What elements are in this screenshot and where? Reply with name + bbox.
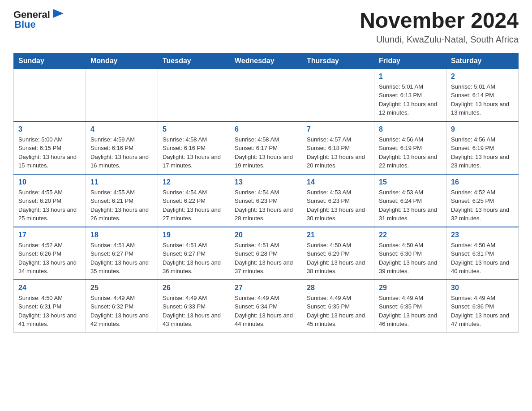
day-number: 19 — [163, 231, 225, 239]
day-info: Sunrise: 4:53 AMSunset: 6:24 PMDaylight:… — [379, 188, 442, 223]
day-info: Sunrise: 4:59 AMSunset: 6:16 PMDaylight:… — [90, 135, 153, 170]
day-info: Sunrise: 4:50 AMSunset: 6:30 PMDaylight:… — [379, 241, 442, 276]
calendar-cell: 18Sunrise: 4:51 AMSunset: 6:27 PMDayligh… — [86, 227, 158, 280]
day-info: Sunrise: 4:55 AMSunset: 6:20 PMDaylight:… — [18, 188, 81, 223]
day-number: 15 — [379, 178, 442, 186]
calendar-cell: 11Sunrise: 4:55 AMSunset: 6:21 PMDayligh… — [86, 174, 158, 227]
day-number: 13 — [235, 178, 297, 186]
day-number: 10 — [18, 178, 81, 186]
calendar-week-row: 1Sunrise: 5:01 AMSunset: 6:13 PMDaylight… — [14, 68, 519, 121]
day-number: 16 — [451, 178, 514, 186]
calendar-cell: 5Sunrise: 4:58 AMSunset: 6:16 PMDaylight… — [158, 121, 230, 174]
day-info: Sunrise: 4:52 AMSunset: 6:25 PMDaylight:… — [451, 188, 514, 223]
calendar-cell — [230, 68, 302, 121]
calendar-cell: 1Sunrise: 5:01 AMSunset: 6:13 PMDaylight… — [374, 68, 446, 121]
day-number: 20 — [235, 231, 297, 239]
day-info: Sunrise: 4:49 AMSunset: 6:36 PMDaylight:… — [451, 294, 514, 329]
day-number: 29 — [379, 284, 442, 292]
col-saturday: Saturday — [446, 53, 519, 68]
day-number: 18 — [90, 231, 153, 239]
calendar-body: 1Sunrise: 5:01 AMSunset: 6:13 PMDaylight… — [14, 68, 519, 332]
day-number: 17 — [18, 231, 81, 239]
calendar-cell: 13Sunrise: 4:54 AMSunset: 6:23 PMDayligh… — [230, 174, 302, 227]
day-info: Sunrise: 4:55 AMSunset: 6:21 PMDaylight:… — [90, 188, 153, 223]
calendar-cell: 23Sunrise: 4:50 AMSunset: 6:31 PMDayligh… — [446, 227, 519, 280]
page-header: General Blue November 2024 Ulundi, KwaZu… — [13, 9, 519, 45]
calendar-cell: 16Sunrise: 4:52 AMSunset: 6:25 PMDayligh… — [446, 174, 519, 227]
calendar-cell: 6Sunrise: 4:58 AMSunset: 6:17 PMDaylight… — [230, 121, 302, 174]
calendar-cell: 28Sunrise: 4:49 AMSunset: 6:35 PMDayligh… — [302, 280, 374, 333]
day-info: Sunrise: 4:51 AMSunset: 6:27 PMDaylight:… — [90, 241, 153, 276]
day-number: 7 — [307, 125, 369, 133]
calendar-week-row: 24Sunrise: 4:50 AMSunset: 6:31 PMDayligh… — [14, 280, 519, 333]
day-info: Sunrise: 5:01 AMSunset: 6:13 PMDaylight:… — [379, 82, 442, 117]
calendar-cell — [158, 68, 230, 121]
day-number: 26 — [163, 284, 225, 292]
calendar-cell: 19Sunrise: 4:51 AMSunset: 6:27 PMDayligh… — [158, 227, 230, 280]
day-info: Sunrise: 5:01 AMSunset: 6:14 PMDaylight:… — [451, 82, 514, 117]
day-number: 24 — [18, 284, 81, 292]
calendar-cell: 25Sunrise: 4:49 AMSunset: 6:32 PMDayligh… — [86, 280, 158, 333]
col-tuesday: Tuesday — [158, 53, 230, 68]
svg-marker-0 — [53, 9, 64, 18]
logo: General Blue — [13, 9, 64, 30]
col-wednesday: Wednesday — [230, 53, 302, 68]
day-number: 1 — [379, 73, 442, 81]
calendar-cell: 4Sunrise: 4:59 AMSunset: 6:16 PMDaylight… — [86, 121, 158, 174]
calendar-cell: 14Sunrise: 4:53 AMSunset: 6:23 PMDayligh… — [302, 174, 374, 227]
calendar-cell: 22Sunrise: 4:50 AMSunset: 6:30 PMDayligh… — [374, 227, 446, 280]
day-info: Sunrise: 4:54 AMSunset: 6:23 PMDaylight:… — [235, 188, 297, 223]
month-title: November 2024 — [360, 9, 519, 33]
day-info: Sunrise: 5:00 AMSunset: 6:15 PMDaylight:… — [18, 135, 81, 170]
calendar-cell: 3Sunrise: 5:00 AMSunset: 6:15 PMDaylight… — [14, 121, 86, 174]
day-info: Sunrise: 4:50 AMSunset: 6:31 PMDaylight:… — [18, 294, 81, 329]
day-info: Sunrise: 4:49 AMSunset: 6:35 PMDaylight:… — [379, 294, 442, 329]
day-info: Sunrise: 4:50 AMSunset: 6:29 PMDaylight:… — [307, 241, 369, 276]
calendar-cell: 12Sunrise: 4:54 AMSunset: 6:22 PMDayligh… — [158, 174, 230, 227]
calendar-cell — [14, 68, 86, 121]
col-monday: Monday — [86, 53, 158, 68]
day-number: 11 — [90, 178, 153, 186]
header-row: Sunday Monday Tuesday Wednesday Thursday… — [14, 53, 519, 68]
calendar-cell: 26Sunrise: 4:49 AMSunset: 6:33 PMDayligh… — [158, 280, 230, 333]
day-number: 4 — [90, 125, 153, 133]
calendar-cell: 30Sunrise: 4:49 AMSunset: 6:36 PMDayligh… — [446, 280, 519, 333]
calendar-cell: 29Sunrise: 4:49 AMSunset: 6:35 PMDayligh… — [374, 280, 446, 333]
day-number: 28 — [307, 284, 369, 292]
day-info: Sunrise: 4:49 AMSunset: 6:35 PMDaylight:… — [307, 294, 369, 329]
day-info: Sunrise: 4:49 AMSunset: 6:34 PMDaylight:… — [235, 294, 297, 329]
calendar-cell: 2Sunrise: 5:01 AMSunset: 6:14 PMDaylight… — [446, 68, 519, 121]
day-number: 8 — [379, 125, 442, 133]
title-section: November 2024 Ulundi, KwaZulu-Natal, Sou… — [360, 9, 519, 45]
calendar-cell: 24Sunrise: 4:50 AMSunset: 6:31 PMDayligh… — [14, 280, 86, 333]
day-info: Sunrise: 4:57 AMSunset: 6:18 PMDaylight:… — [307, 135, 369, 170]
day-info: Sunrise: 4:49 AMSunset: 6:32 PMDaylight:… — [90, 294, 153, 329]
day-info: Sunrise: 4:54 AMSunset: 6:22 PMDaylight:… — [163, 188, 225, 223]
day-number: 6 — [235, 125, 297, 133]
logo-blue-word: Blue — [14, 19, 36, 30]
day-number: 30 — [451, 284, 514, 292]
day-info: Sunrise: 4:56 AMSunset: 6:19 PMDaylight:… — [379, 135, 442, 170]
col-friday: Friday — [374, 53, 446, 68]
day-number: 21 — [307, 231, 369, 239]
calendar-cell: 9Sunrise: 4:56 AMSunset: 6:19 PMDaylight… — [446, 121, 519, 174]
calendar-cell — [302, 68, 374, 121]
day-info: Sunrise: 4:52 AMSunset: 6:26 PMDaylight:… — [18, 241, 81, 276]
day-number: 9 — [451, 125, 514, 133]
day-number: 14 — [307, 178, 369, 186]
calendar-cell: 10Sunrise: 4:55 AMSunset: 6:20 PMDayligh… — [14, 174, 86, 227]
calendar-cell: 15Sunrise: 4:53 AMSunset: 6:24 PMDayligh… — [374, 174, 446, 227]
day-number: 27 — [235, 284, 297, 292]
calendar-cell: 7Sunrise: 4:57 AMSunset: 6:18 PMDaylight… — [302, 121, 374, 174]
calendar-header: Sunday Monday Tuesday Wednesday Thursday… — [14, 53, 519, 68]
col-thursday: Thursday — [302, 53, 374, 68]
calendar-table: Sunday Monday Tuesday Wednesday Thursday… — [13, 53, 519, 333]
day-info: Sunrise: 4:51 AMSunset: 6:27 PMDaylight:… — [163, 241, 225, 276]
day-info: Sunrise: 4:51 AMSunset: 6:28 PMDaylight:… — [235, 241, 297, 276]
day-number: 5 — [163, 125, 225, 133]
calendar-cell: 21Sunrise: 4:50 AMSunset: 6:29 PMDayligh… — [302, 227, 374, 280]
day-number: 23 — [451, 231, 514, 239]
calendar-cell: 20Sunrise: 4:51 AMSunset: 6:28 PMDayligh… — [230, 227, 302, 280]
calendar-week-row: 10Sunrise: 4:55 AMSunset: 6:20 PMDayligh… — [14, 174, 519, 227]
day-number: 3 — [18, 125, 81, 133]
